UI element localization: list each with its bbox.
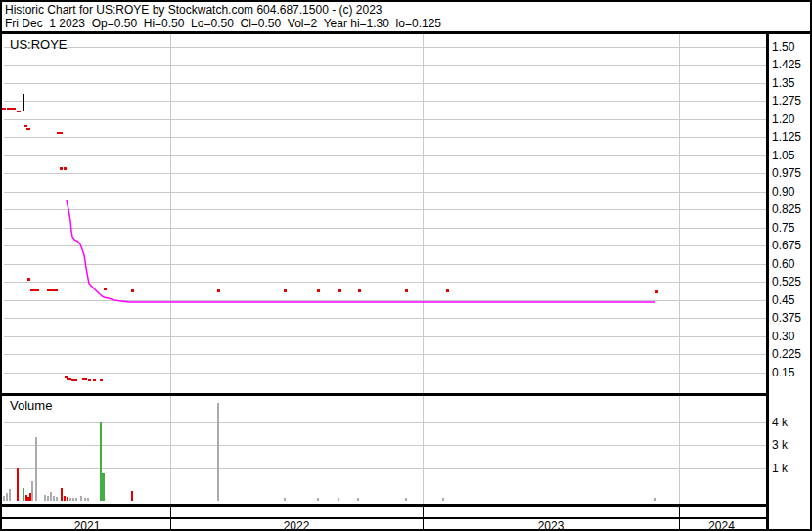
- volume-bar: [47, 496, 49, 501]
- right-axis-border: [766, 31, 769, 531]
- volume-bar: [3, 496, 5, 501]
- price-gridline: [4, 137, 766, 138]
- volume-bar: [357, 498, 359, 501]
- year-gridline-price: [170, 34, 171, 393]
- price-tick-label: 1.20: [772, 113, 794, 126]
- volume-gridline: [4, 422, 766, 423]
- price-mark: [82, 378, 87, 380]
- year-gridline-volume: [423, 396, 424, 504]
- price-mark: [338, 289, 341, 292]
- volume-bar: [44, 495, 46, 501]
- volume-panel-label: Volume: [10, 398, 52, 413]
- volume-bar: [80, 496, 82, 501]
- year-label: 2024: [708, 520, 735, 531]
- volume-panel[interactable]: [2, 396, 766, 504]
- price-mark: [405, 289, 408, 292]
- volume-gridline: [4, 445, 766, 446]
- price-tick-label: 0.825: [772, 203, 801, 216]
- year-gridline-price: [679, 34, 680, 393]
- price-mark: [2, 108, 6, 110]
- volume-bar: [9, 489, 11, 501]
- volume-bar: [654, 498, 656, 501]
- price-mark: [74, 379, 77, 381]
- volume-bar: [69, 498, 71, 501]
- price-mark: [284, 289, 287, 292]
- volume-bar: [53, 496, 55, 501]
- price-gridline: [4, 228, 766, 229]
- quote-summary: Fri Dec 1 2023 Op=0.50 Hi=0.50 Lo=0.50 C…: [5, 18, 441, 30]
- year-gridline-volume: [679, 396, 680, 504]
- price-mark: [26, 128, 30, 130]
- symbol-label: US:ROYE: [10, 37, 68, 52]
- price-gridline: [4, 264, 766, 265]
- volume-tick-label: 4 k: [772, 417, 788, 429]
- price-mark: [100, 379, 103, 381]
- price-gridline: [4, 119, 766, 120]
- price-mark: [131, 289, 134, 292]
- year-divider: [679, 507, 680, 531]
- year-divider: [423, 507, 424, 531]
- year-gridline-price: [423, 34, 424, 393]
- price-gridline: [4, 65, 766, 66]
- price-mark: [60, 167, 63, 170]
- volume-bar: [67, 497, 68, 501]
- volume-bar: [405, 498, 407, 501]
- volume-bar: [64, 496, 66, 501]
- price-panel[interactable]: [2, 34, 766, 393]
- year-label: 2022: [284, 520, 310, 531]
- volume-bar: [217, 403, 219, 501]
- volume-bar: [17, 468, 19, 501]
- price-tick-label: 0.60: [772, 258, 794, 271]
- price-tick-label: 1.125: [772, 131, 801, 144]
- price-mark: [7, 108, 16, 110]
- year-gridline-volume: [170, 396, 171, 504]
- price-gridline: [4, 336, 766, 337]
- price-mark: [655, 290, 658, 293]
- volume-bar: [284, 498, 286, 501]
- price-tick-label: 1.275: [772, 95, 801, 108]
- volume-bar: [72, 498, 74, 501]
- volume-bar: [50, 492, 52, 501]
- price-mark: [17, 111, 21, 112]
- price-mark: [24, 125, 27, 127]
- price-gridline: [4, 155, 766, 156]
- volume-tick-label: 3 k: [772, 439, 788, 452]
- price-tick-label: 1.50: [772, 41, 794, 54]
- year-label: 2023: [538, 520, 564, 531]
- price-tick-label: 0.45: [772, 294, 794, 307]
- price-tick-label: 0.375: [772, 312, 801, 325]
- volume-gridline: [4, 468, 766, 469]
- price-gridline: [4, 173, 766, 174]
- volume-tick-label: 1 k: [772, 463, 788, 475]
- price-mark: [64, 167, 67, 170]
- price-mark: [104, 288, 107, 290]
- price-mark: [47, 289, 58, 291]
- price-gridline: [4, 83, 766, 84]
- price-tick-label: 0.225: [772, 348, 801, 361]
- price-tick-label: 0.30: [772, 331, 794, 343]
- stockwatch-historic-chart: Historic Chart for US:ROYE by Stockwatch…: [0, 0, 812, 531]
- volume-bar: [84, 498, 86, 501]
- price-mark: [23, 94, 24, 111]
- price-mark: [317, 289, 320, 292]
- year-divider: [170, 507, 171, 531]
- volume-bar: [31, 481, 33, 501]
- price-tick-label: 1.425: [772, 59, 801, 71]
- price-gridline: [4, 101, 766, 102]
- price-gridline: [4, 300, 766, 301]
- volume-bar: [338, 498, 339, 501]
- volume-bar: [75, 498, 77, 501]
- price-gridline: [4, 209, 766, 210]
- volume-bar: [102, 473, 105, 501]
- volume-bar: [61, 488, 63, 501]
- price-gridline: [4, 245, 766, 246]
- price-mark: [27, 278, 30, 281]
- volume-bar: [6, 493, 8, 501]
- price-mark: [446, 289, 449, 292]
- chart-title: Historic Chart for US:ROYE by Stockwatch…: [5, 4, 383, 17]
- volume-bar: [317, 498, 319, 501]
- price-gridline: [4, 354, 766, 355]
- volume-bar: [87, 498, 89, 501]
- price-mark: [217, 289, 220, 292]
- price-tick-label: 0.675: [772, 240, 801, 252]
